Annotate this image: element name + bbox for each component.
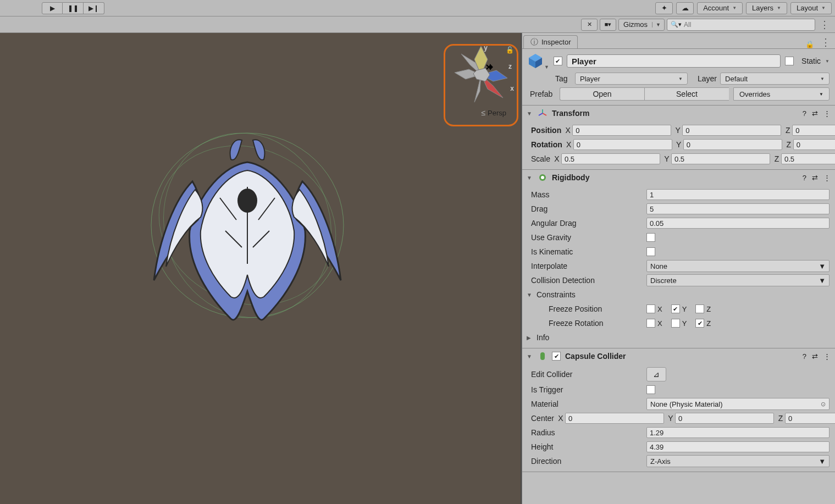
effects-toggle-icon[interactable]: ✕	[581, 19, 598, 31]
inspector-panel: ⓘ Inspector 🔒 ⋮ ▼ ✔ Static ▼	[522, 33, 835, 504]
mass-field[interactable]	[646, 189, 830, 200]
direction-dropdown[interactable]: Z-Axis▼	[646, 455, 830, 467]
angular-drag-label: Angular Drag	[528, 219, 643, 228]
radius-field[interactable]	[646, 427, 830, 438]
scale-y-field[interactable]	[671, 153, 770, 164]
direction-label: Direction	[528, 457, 643, 466]
cloud-icon[interactable]: ☁	[676, 2, 694, 14]
projection-label[interactable]: ≤ Persp	[481, 108, 506, 117]
capsule-icon	[538, 351, 548, 361]
angular-drag-field[interactable]	[646, 218, 830, 229]
tag-dropdown[interactable]: Player▼	[575, 73, 688, 85]
inspector-tab[interactable]: ⓘ Inspector	[523, 35, 578, 48]
prefab-open-button[interactable]: Open	[560, 87, 644, 101]
lock-inspector-icon[interactable]: 🔒	[805, 40, 814, 48]
rotation-y-field[interactable]	[683, 139, 782, 150]
foldout-icon: ▼	[527, 110, 533, 117]
layer-dropdown[interactable]: Default▼	[720, 73, 830, 85]
layer-label: Layer	[698, 74, 717, 83]
height-label: Height	[528, 442, 643, 451]
prefab-overrides-dropdown[interactable]: Overrides▼	[733, 87, 830, 101]
gizmos-dropdown[interactable]: Gizmos ▼	[618, 19, 665, 31]
is-kinematic-checkbox[interactable]	[646, 247, 655, 256]
foldout-icon[interactable]: ▼	[527, 292, 533, 298]
orientation-gizmo[interactable]	[448, 42, 514, 108]
static-label: Static	[801, 57, 821, 65]
transform-header[interactable]: ▼ Transform ?⇄⋮	[522, 106, 835, 121]
drag-field[interactable]	[646, 203, 830, 214]
foldout-icon[interactable]: ▶	[527, 335, 533, 341]
center-y-field[interactable]	[675, 413, 774, 424]
use-gravity-checkbox[interactable]	[646, 233, 655, 242]
info-icon: ⓘ	[530, 37, 538, 47]
preset-icon[interactable]: ⇄	[812, 109, 818, 118]
position-z-field[interactable]	[792, 125, 835, 136]
edit-collider-label: Edit Collider	[528, 370, 643, 379]
lock-gizmo-icon[interactable]: 🔓	[506, 46, 514, 54]
prefab-cube-icon[interactable]	[527, 52, 544, 70]
active-checkbox[interactable]: ✔	[554, 57, 562, 65]
rigidbody-header[interactable]: ▼ Rigidbody ?⇄⋮	[522, 170, 835, 185]
prefab-label: Prefab	[527, 90, 560, 98]
is-kinematic-label: Is Kinematic	[528, 247, 643, 256]
help-icon[interactable]: ?	[803, 352, 806, 361]
freeze-pos-z-checkbox[interactable]	[695, 304, 704, 313]
foldout-icon: ▼	[527, 175, 533, 181]
transform-icon	[538, 108, 548, 118]
search-input[interactable]	[684, 21, 811, 29]
center-z-field[interactable]	[785, 413, 835, 424]
interpolate-dropdown[interactable]: None▼	[646, 260, 830, 272]
axis-z-label: z	[508, 63, 512, 70]
use-gravity-label: Use Gravity	[528, 233, 643, 242]
rigidbody-title: Rigidbody	[552, 173, 798, 182]
preset-icon[interactable]: ⇄	[812, 352, 818, 361]
component-menu-icon[interactable]: ⋮	[823, 109, 831, 118]
help-icon[interactable]: ?	[803, 174, 806, 182]
scale-z-field[interactable]	[781, 153, 835, 164]
rotation-z-field[interactable]	[793, 139, 835, 150]
freeze-pos-x-checkbox[interactable]	[646, 304, 655, 313]
material-field[interactable]: None (Physic Material)⊙	[646, 398, 830, 410]
center-x-field[interactable]	[565, 413, 664, 424]
rigidbody-component: ▼ Rigidbody ?⇄⋮ Mass Drag Angular Drag U…	[522, 170, 835, 348]
capsule-header[interactable]: ▼ ✔ Capsule Collider ?⇄⋮	[522, 348, 835, 364]
height-field[interactable]	[646, 441, 830, 452]
freeze-rot-y-checkbox[interactable]	[671, 319, 680, 328]
capsule-enabled-checkbox[interactable]: ✔	[552, 352, 561, 361]
scene-search[interactable]: 🔍▾	[667, 19, 815, 31]
layout-dropdown[interactable]: Layout▼	[790, 2, 832, 14]
camera-toggle-icon[interactable]: ■▾	[600, 19, 616, 31]
position-y-field[interactable]	[682, 125, 781, 136]
play-button[interactable]: ▶	[42, 2, 63, 14]
scene-menu-icon[interactable]: ⋮	[817, 19, 832, 31]
prefab-select-button[interactable]: Select	[644, 87, 729, 101]
static-checkbox[interactable]	[785, 57, 794, 65]
account-dropdown[interactable]: Account▼	[697, 2, 743, 14]
component-menu-icon[interactable]: ⋮	[823, 352, 831, 361]
object-name-field[interactable]	[567, 54, 781, 68]
inspector-menu-icon[interactable]: ⋮	[819, 36, 833, 48]
position-x-field[interactable]	[572, 125, 671, 136]
component-menu-icon[interactable]: ⋮	[823, 174, 831, 182]
preset-icon[interactable]: ⇄	[812, 174, 818, 182]
layers-dropdown[interactable]: Layers▼	[746, 2, 787, 14]
top-toolbar: ▶ ❚❚ ▶❙ ✦ ☁ Account▼ Layers▼ Layout▼	[0, 0, 835, 16]
freeze-rot-x-checkbox[interactable]	[646, 319, 655, 328]
drag-label: Drag	[528, 204, 643, 213]
freeze-pos-y-checkbox[interactable]: ✔	[671, 304, 680, 313]
help-icon[interactable]: ?	[803, 109, 806, 118]
rotation-x-field[interactable]	[573, 139, 672, 150]
scale-x-field[interactable]	[561, 153, 660, 164]
scene-viewport[interactable]: y z x ≤ Persp 🔓	[0, 33, 522, 504]
step-button[interactable]: ▶❙	[84, 2, 104, 14]
svg-point-19	[541, 176, 544, 179]
toolbar-right: ✦ ☁ Account▼ Layers▼ Layout▼	[655, 2, 832, 14]
svg-rect-20	[540, 352, 545, 360]
object-picker-icon[interactable]: ⊙	[821, 401, 826, 408]
collision-detection-dropdown[interactable]: Discrete▼	[646, 274, 830, 286]
pause-button[interactable]: ❚❚	[63, 2, 84, 14]
collab-icon[interactable]: ✦	[655, 2, 673, 14]
freeze-rot-z-checkbox[interactable]: ✔	[695, 319, 704, 328]
edit-collider-button[interactable]: ⊿	[646, 367, 666, 381]
is-trigger-checkbox[interactable]	[646, 385, 655, 394]
